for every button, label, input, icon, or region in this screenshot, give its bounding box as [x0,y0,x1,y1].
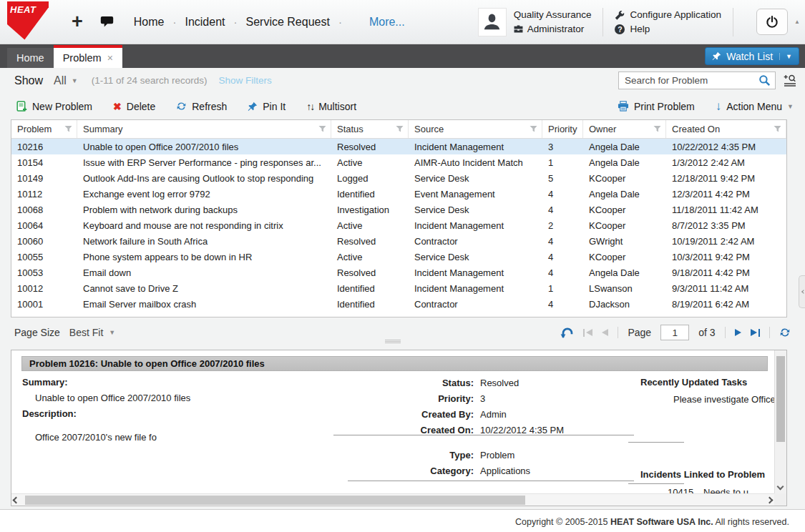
filter-icon[interactable] [653,125,661,133]
table-row[interactable]: 10053Email downResolvedIncident Manageme… [11,265,786,280]
heat-logo[interactable]: HEAT [0,0,57,44]
field-value: Applications [480,466,634,476]
cell: KCooper [583,170,666,186]
configure-application-link[interactable]: Configure Application [615,8,721,22]
table-row[interactable]: 10001Email Server mailbox crashIdentifie… [11,296,786,312]
detail-field-row: Priority:3 [348,390,634,406]
new-problem-button[interactable]: New Problem [16,101,92,112]
nav-separator-dot: · [234,16,238,28]
user-avatar[interactable] [478,8,507,36]
pin-it-button[interactable]: Pin It [248,101,286,112]
config-block: Configure Application ? Help [615,8,721,36]
cell: Incident Management [409,217,542,233]
tab-close-icon[interactable]: × [107,53,113,63]
nav-home[interactable]: Home [134,16,165,29]
refresh-list-icon[interactable] [779,327,791,338]
search-icon[interactable] [758,74,771,87]
splitter-grip[interactable] [385,340,401,340]
column-header-status[interactable]: Status [331,120,409,138]
table-row[interactable]: 10149Outlook Add-Ins are causing Outlook… [11,170,786,186]
heat-logo-text: HEAT [10,4,36,15]
table-row[interactable]: 10064Keyboard and mouse are not respondi… [11,217,786,233]
delete-button[interactable]: ✖ Delete [113,101,155,112]
column-header-source[interactable]: Source [409,120,542,138]
chat-bubble-icon[interactable] [100,16,114,28]
field-divider [333,435,634,435]
user-text: Quality Assurance Administrator [514,8,592,36]
scroll-right-icon[interactable] [766,496,774,503]
recent-task-item[interactable]: Please investigate Office [628,392,787,408]
page-number-input[interactable] [660,325,689,340]
collapse-header-caret-icon[interactable]: ▲ [794,19,800,25]
new-problem-label: New Problem [32,101,92,112]
header-divider [733,8,733,36]
scroll-left-icon[interactable] [13,496,20,503]
summary-value: Unable to open Office 2007/2010 files [17,390,332,406]
cell: Resolved [331,139,409,154]
table-row[interactable]: 10112Exchange event log error 9792Identi… [11,186,786,202]
panel-collapse-handle[interactable] [799,275,805,308]
filter-icon[interactable] [318,125,326,133]
print-problem-button[interactable]: Print Problem [618,101,695,112]
column-header-owner[interactable]: Owner [583,120,666,138]
wrench-icon [615,10,625,20]
last-page-button[interactable] [751,329,761,337]
column-label: Source [414,124,444,134]
user-block[interactable]: Quality Assurance Administrator [478,8,592,36]
action-menu-button[interactable]: ↓ Action Menu ▼ [716,100,794,112]
nav-incident[interactable]: Incident [185,16,225,29]
scrollbar-thumb[interactable] [25,496,525,505]
first-page-button[interactable] [583,329,593,337]
detail-horizontal-scrollbar[interactable] [11,493,774,506]
refresh-button[interactable]: Refresh [176,101,227,112]
refresh-label: Refresh [192,101,227,112]
column-header-problem[interactable]: Problem [11,120,77,138]
printer-icon [618,101,629,112]
filter-icon[interactable] [530,125,537,133]
chevron-down-icon: ▼ [787,103,794,110]
heat-logo-flag: HEAT [7,1,49,40]
pager-bar: Page Size Best Fit ▼ Page of 3 [0,317,805,348]
page-size-dropdown[interactable]: Best Fit ▼ [69,327,115,338]
filter-icon[interactable] [774,125,781,133]
logout-power-button[interactable] [756,9,788,35]
previous-page-button[interactable] [602,329,608,336]
table-row[interactable]: 10216Unable to open Office 2007/2010 fil… [11,139,786,154]
new-tab-plus-icon[interactable]: + [72,12,83,31]
cell: Unable to open Office 2007/2010 files [77,139,331,154]
next-page-button[interactable] [735,329,741,336]
app-window: HEAT + Home · Incident · Service Request… [0,0,805,532]
show-dropdown[interactable]: All ▼ [54,74,78,87]
table-row[interactable]: 10012Cannot save to Drive ZIdentifiedInc… [11,280,786,296]
nav-more[interactable]: More... [369,16,405,29]
multisort-button[interactable]: ↑↓ Multisort [306,101,356,112]
advanced-search-icon[interactable] [784,74,796,87]
scrollbar-thumb[interactable] [776,356,785,442]
scroll-down-icon[interactable] [777,483,784,491]
tab-problem[interactable]: Problem × [54,45,122,68]
column-header-summary[interactable]: Summary [77,120,331,138]
filter-icon[interactable] [64,125,72,133]
tab-home[interactable]: Home [7,48,54,68]
filter-icon[interactable] [396,125,404,133]
column-label: Created On [672,124,720,134]
summary-label: Summary: [17,375,332,390]
show-filters-link[interactable]: Show Filters [219,75,272,86]
table-row[interactable]: 10060Network failure in South AfricaReso… [11,233,786,249]
power-icon [765,15,779,29]
cell: 1 [542,280,583,296]
detail-vertical-scrollbar[interactable] [774,350,786,493]
table-row[interactable]: 10154Issue with ERP Server Performance -… [11,154,786,170]
filter-icon[interactable] [577,125,578,133]
watch-list-button[interactable]: Watch List ▼ [705,47,799,65]
search-input[interactable] [623,74,758,87]
column-header-created-on[interactable]: Created On [666,120,786,138]
help-link[interactable]: ? Help [615,22,721,36]
table-row[interactable]: 10055Phone system appears to be down in … [11,249,786,265]
table-row[interactable]: 10068Problem with network during backups… [11,202,786,217]
column-header-priority[interactable]: Priority [542,120,583,138]
undo-arrow-icon[interactable] [560,327,574,339]
cell: 10064 [11,217,77,233]
nav-service-request[interactable]: Service Request [246,16,330,29]
cell: 10112 [11,186,77,202]
